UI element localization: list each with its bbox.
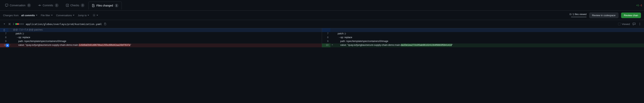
file-filter-dropdown[interactable]: File filter <box>41 14 53 17</box>
viewed-checkbox[interactable]: Viewed <box>618 23 630 26</box>
svg-point-10 <box>640 25 640 25</box>
file-path[interactable]: application/globex/overlays/prod/kustomi… <box>26 23 102 26</box>
diff-line[interactable]: 8 - op: replace <box>0 36 322 40</box>
diff-line[interactable]: 7 patch: |- <box>322 32 644 36</box>
collapse-file-toggle[interactable] <box>3 23 6 25</box>
chevron-down-icon <box>88 15 89 16</box>
comment-file-icon[interactable] <box>632 22 636 26</box>
add-comment-button[interactable]: + <box>6 44 9 47</box>
diff-line-added[interactable]: 10+ value: "quay.io/tjungbau/secure-supp… <box>322 44 644 47</box>
tab-files-changed[interactable]: Files changed 1 <box>88 2 122 10</box>
svg-point-0 <box>39 5 40 6</box>
copy-path-icon[interactable] <box>104 23 106 25</box>
diff-line[interactable]: 9 path: /spec/template/spec/containers/0… <box>0 40 322 44</box>
pr-tabs: Conversation 0 Commits 1 Checks 0 Files … <box>0 0 644 11</box>
tab-counter: 0 <box>81 4 84 7</box>
diffstat-summary: +1 −1 <box>636 4 642 7</box>
expand-hunk-icon[interactable] <box>0 28 8 32</box>
file-diff-icon <box>92 4 95 7</box>
tab-counter: 0 <box>27 4 31 7</box>
svg-point-8 <box>640 23 640 24</box>
tab-label: Files changed <box>96 4 113 7</box>
svg-rect-3 <box>66 4 68 6</box>
tab-counter: 1 <box>115 4 118 8</box>
svg-point-9 <box>640 24 640 24</box>
tab-label: Conversation <box>10 4 26 7</box>
hunk-header <box>322 28 644 32</box>
svg-rect-7 <box>104 24 106 25</box>
diff-line-deleted[interactable]: 10 + - value: "quay.io/tjungbau/secure-s… <box>0 44 322 47</box>
tab-checks[interactable]: Checks 0 <box>62 1 88 9</box>
review-changes-button[interactable]: Review chan <box>621 12 641 18</box>
comment-icon <box>5 4 8 7</box>
diff-view: @@ -7,4 +7,4 @@ patches: 7 patch: |- 8 -… <box>0 28 644 47</box>
diff-toolbar: Changes from all commits File filter Con… <box>0 11 644 20</box>
commit-icon <box>38 4 41 7</box>
changes-from-dropdown[interactable]: Changes from all commits <box>3 14 38 17</box>
chevron-down-icon <box>73 15 74 16</box>
file-diffstat[interactable]: 2 <box>13 23 24 25</box>
diffstat-squares <box>16 23 24 25</box>
chevron-down-icon <box>51 15 53 16</box>
hunk-header: @@ -7,4 +7,4 @@ patches: <box>0 28 322 32</box>
jump-to-dropdown[interactable]: Jump to <box>78 14 89 17</box>
tab-label: Checks <box>70 4 79 7</box>
kebab-icon[interactable] <box>638 22 641 26</box>
tab-commits[interactable]: Commits 1 <box>35 1 62 9</box>
tab-label: Commits <box>43 4 53 7</box>
checkbox-icon <box>618 23 621 25</box>
diff-line[interactable]: 8 - op: replace <box>322 36 644 40</box>
svg-point-6 <box>94 15 94 16</box>
tab-counter: 1 <box>55 4 58 7</box>
files-viewed-progress: 0 / 1 files viewed <box>570 13 586 18</box>
gear-icon <box>92 14 96 17</box>
conversations-dropdown[interactable]: Conversations <box>56 14 74 17</box>
settings-dropdown[interactable] <box>92 14 98 17</box>
diff-line[interactable]: 9 path: /spec/template/spec/containers/0… <box>322 40 644 44</box>
chevron-down-icon <box>96 15 98 16</box>
chevron-down-icon <box>36 15 38 16</box>
diff-line[interactable]: 7 patch: |- <box>0 32 322 36</box>
review-in-codespace-button[interactable]: Review in codespace <box>589 12 618 18</box>
file-header: 2 application/globex/overlays/prod/kusto… <box>0 20 644 28</box>
expand-all-icon[interactable] <box>8 22 11 26</box>
diff-side-new: 7 patch: |- 8 - op: replace 9 path: /spe… <box>322 28 644 47</box>
checks-icon <box>66 4 69 7</box>
diff-side-old: @@ -7,4 +7,4 @@ patches: 7 patch: |- 8 -… <box>0 28 322 47</box>
progress-bar <box>571 16 586 18</box>
tab-conversation[interactable]: Conversation 0 <box>2 1 34 9</box>
